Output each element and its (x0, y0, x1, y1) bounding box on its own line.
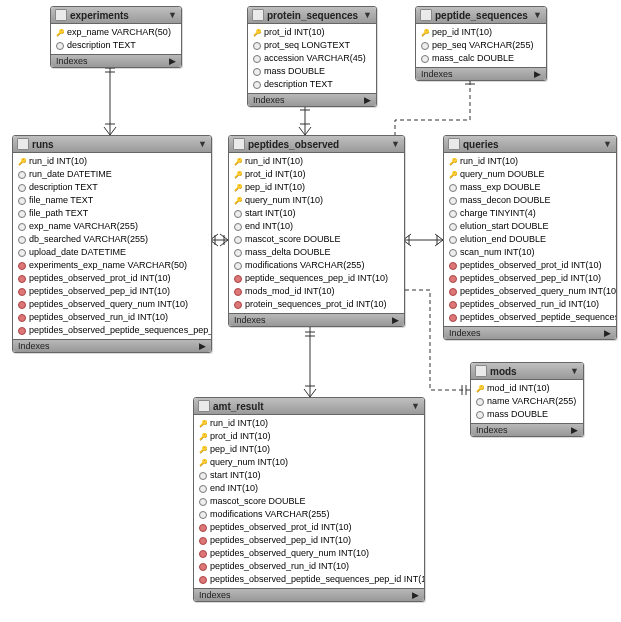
column: db_searched VARCHAR(255) (13, 233, 211, 246)
column-label: query_num INT(10) (210, 456, 288, 469)
expand-icon[interactable]: ▶ (412, 590, 419, 600)
key-icon: 🔑 (476, 382, 484, 395)
expand-icon[interactable]: ▶ (534, 69, 541, 79)
collapse-icon[interactable]: ▼ (391, 139, 400, 149)
column: 🔑pep_id INT(10) (416, 26, 546, 39)
columns: 🔑pep_id INT(10)pep_seq VARCHAR(255)mass_… (416, 24, 546, 67)
indexes-label: Indexes (476, 425, 508, 435)
column-icon (449, 223, 457, 231)
collapse-icon[interactable]: ▼ (198, 139, 207, 149)
table-header[interactable]: peptide_sequences ▼ (416, 7, 546, 24)
column-icon (449, 210, 457, 218)
table-peptide-sequences[interactable]: peptide_sequences ▼ 🔑pep_id INT(10)pep_s… (415, 6, 547, 81)
expand-icon[interactable]: ▶ (604, 328, 611, 338)
column: 🔑exp_name VARCHAR(50) (51, 26, 181, 39)
column-label: peptides_observed_prot_id INT(10) (460, 259, 602, 272)
indexes-bar[interactable]: Indexes ▶ (444, 326, 616, 339)
column: end INT(10) (229, 220, 404, 233)
column-icon (234, 249, 242, 257)
column-icon (18, 197, 26, 205)
column: 🔑pep_id INT(10) (194, 443, 424, 456)
collapse-icon[interactable]: ▼ (168, 10, 177, 20)
column-label: name VARCHAR(255) (487, 395, 576, 408)
collapse-icon[interactable]: ▼ (533, 10, 542, 20)
column-label: peptides_observed_peptide_sequences_pep_… (210, 573, 424, 586)
fk-icon (199, 550, 207, 558)
indexes-bar[interactable]: Indexes ▶ (51, 54, 181, 67)
table-protein-sequences[interactable]: protein_sequences ▼ 🔑prot_id INT(10)prot… (247, 6, 377, 107)
column: 🔑query_num INT(10) (229, 194, 404, 207)
column: peptides_observed_prot_id INT(10) (13, 272, 211, 285)
column-label: run_id INT(10) (29, 155, 87, 168)
table-experiments[interactable]: experiments ▼ 🔑exp_name VARCHAR(50)descr… (50, 6, 182, 68)
column-label: end INT(10) (245, 220, 293, 233)
expand-icon[interactable]: ▶ (392, 315, 399, 325)
key-icon: 🔑 (234, 181, 242, 194)
column: charge TINYINT(4) (444, 207, 616, 220)
svg-line-22 (220, 234, 228, 240)
expand-icon[interactable]: ▶ (571, 425, 578, 435)
key-icon: 🔑 (421, 26, 429, 39)
column: description TEXT (51, 39, 181, 52)
column-icon (253, 68, 261, 76)
column-label: db_searched VARCHAR(255) (29, 233, 148, 246)
key-icon: 🔑 (234, 155, 242, 168)
column-label: query_num DOUBLE (460, 168, 545, 181)
table-queries[interactable]: queries ▼ 🔑run_id INT(10)🔑query_num DOUB… (443, 135, 617, 340)
collapse-icon[interactable]: ▼ (603, 139, 612, 149)
column: elution_end DOUBLE (444, 233, 616, 246)
column-label: mass_exp DOUBLE (460, 181, 541, 194)
indexes-bar[interactable]: Indexes ▶ (13, 339, 211, 352)
column: mascot_score DOUBLE (194, 495, 424, 508)
indexes-bar[interactable]: Indexes ▶ (229, 313, 404, 326)
column: scan_num INT(10) (444, 246, 616, 259)
table-header[interactable]: experiments ▼ (51, 7, 181, 24)
column-icon (199, 498, 207, 506)
table-mods[interactable]: mods ▼ 🔑mod_id INT(10)name VARCHAR(255)m… (470, 362, 584, 437)
indexes-bar[interactable]: Indexes ▶ (416, 67, 546, 80)
indexes-bar[interactable]: Indexes ▶ (248, 93, 376, 106)
column-icon (18, 249, 26, 257)
table-runs[interactable]: runs ▼ 🔑run_id INT(10)run_date DATETIMEd… (12, 135, 212, 353)
table-peptides-observed[interactable]: peptides_observed ▼ 🔑run_id INT(10)🔑prot… (228, 135, 405, 327)
column-label: protein_sequences_prot_id INT(10) (245, 298, 387, 311)
table-title: queries (463, 139, 499, 150)
column: peptides_observed_query_num INT(10) (13, 298, 211, 311)
column: mass_delta DOUBLE (229, 246, 404, 259)
expand-icon[interactable]: ▶ (364, 95, 371, 105)
table-header[interactable]: peptides_observed ▼ (229, 136, 404, 153)
indexes-bar[interactable]: Indexes ▶ (194, 588, 424, 601)
column-label: modifications VARCHAR(255) (210, 508, 329, 521)
column: 🔑prot_id INT(10) (194, 430, 424, 443)
table-amt-result[interactable]: amt_result ▼ 🔑run_id INT(10)🔑prot_id INT… (193, 397, 425, 602)
column: pep_seq VARCHAR(255) (416, 39, 546, 52)
column: mass_calc DOUBLE (416, 52, 546, 65)
svg-line-14 (305, 127, 311, 135)
expand-icon[interactable]: ▶ (199, 341, 206, 351)
table-header[interactable]: runs ▼ (13, 136, 211, 153)
indexes-bar[interactable]: Indexes ▶ (471, 423, 583, 436)
table-header[interactable]: mods ▼ (471, 363, 583, 380)
column: 🔑prot_id INT(10) (248, 26, 376, 39)
column-label: peptides_observed_pep_id INT(10) (460, 272, 601, 285)
table-header[interactable]: protein_sequences ▼ (248, 7, 376, 24)
table-title: peptide_sequences (435, 10, 528, 21)
column-label: peptides_observed_peptide_sequences_pep_… (29, 324, 211, 337)
svg-line-35 (304, 389, 310, 397)
expand-icon[interactable]: ▶ (169, 56, 176, 66)
column-icon (253, 81, 261, 89)
column-icon (199, 485, 207, 493)
column-icon (476, 398, 484, 406)
table-title: peptides_observed (248, 139, 339, 150)
column-label: mass_decon DOUBLE (460, 194, 551, 207)
column-label: peptides_observed_prot_id INT(10) (29, 272, 171, 285)
column-label: mod_id INT(10) (487, 382, 550, 395)
column: name VARCHAR(255) (471, 395, 583, 408)
collapse-icon[interactable]: ▼ (363, 10, 372, 20)
column: 🔑run_id INT(10) (13, 155, 211, 168)
table-header[interactable]: amt_result ▼ (194, 398, 424, 415)
table-header[interactable]: queries ▼ (444, 136, 616, 153)
column-label: peptides_observed_peptide_sequences... (460, 311, 616, 324)
collapse-icon[interactable]: ▼ (570, 366, 579, 376)
collapse-icon[interactable]: ▼ (411, 401, 420, 411)
